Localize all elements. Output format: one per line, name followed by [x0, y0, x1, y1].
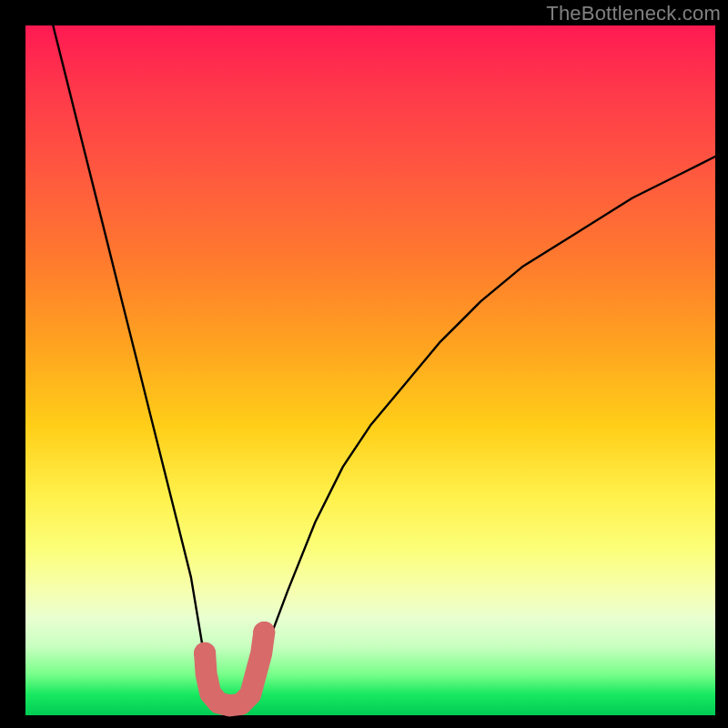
- marker-cap-right: [253, 622, 275, 643]
- marker-group: [194, 622, 275, 705]
- chart-frame: TheBottleneck.com: [0, 0, 728, 728]
- watermark-text: TheBottleneck.com: [546, 2, 721, 25]
- chart-svg: [25, 25, 715, 715]
- marker-path: [205, 632, 264, 705]
- bottleneck-curve: [53, 25, 715, 708]
- marker-cap-left: [194, 642, 216, 664]
- chart-plot-area: [25, 25, 715, 715]
